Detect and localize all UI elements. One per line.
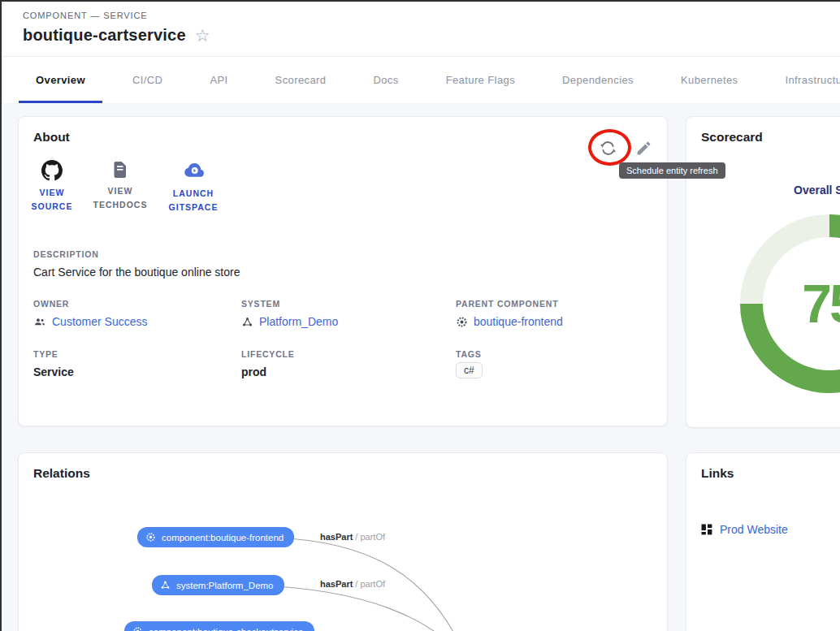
link-prod-website[interactable]: Prod Website	[701, 523, 788, 536]
tab-dependencies[interactable]: Dependencies	[539, 57, 657, 103]
description-label: DESCRIPTION	[33, 249, 240, 259]
component-icon	[456, 316, 468, 328]
relation-node-boutique-frontend[interactable]: component:boutique-frontend	[137, 527, 294, 547]
refresh-icon	[599, 139, 617, 158]
description-value: Cart Service for the boutique online sto…	[33, 266, 240, 279]
edge-label: hasPart/ partOf	[320, 579, 385, 589]
view-techdocs-button[interactable]: VIEW TECHDOCS	[85, 160, 155, 215]
system-icon	[241, 316, 253, 328]
component-icon	[132, 626, 143, 631]
window-frame-top	[0, 0, 840, 2]
relations-graph-edges	[19, 453, 669, 631]
score-value: 75	[802, 273, 840, 335]
group-icon	[33, 315, 46, 328]
entity-tabs: Overview CI/CD API Scorecard Docs Featur…	[0, 57, 840, 103]
field-lifecycle: LIFECYCLE prod	[241, 349, 456, 378]
component-icon	[145, 532, 156, 542]
tab-infrastructure[interactable]: Infrastructure	[761, 57, 840, 103]
about-card-title: About	[33, 130, 70, 145]
field-tags: TAGS c#	[456, 349, 563, 378]
field-type: TYPE Service	[33, 349, 241, 378]
tag-chip: c#	[456, 362, 483, 378]
refresh-tooltip: Schedule entity refresh	[619, 162, 725, 179]
parent-component-link[interactable]: boutique-frontend	[474, 315, 563, 328]
system-link[interactable]: Platform_Demo	[259, 315, 338, 328]
scorecard-card-title: Scorecard	[701, 130, 763, 145]
tab-docs[interactable]: Docs	[349, 57, 422, 103]
window-frame-left	[0, 0, 2, 631]
edge-label: hasPart/ partOf	[320, 532, 385, 542]
owner-link[interactable]: Customer Success	[52, 315, 147, 328]
overall-score-label: Overall Score	[794, 184, 840, 197]
gitspace-cloud-icon	[183, 160, 205, 182]
field-system: SYSTEM Platform_Demo	[241, 299, 456, 328]
tab-kubernetes[interactable]: Kubernetes	[657, 57, 762, 103]
dashboard-grid-icon	[701, 524, 712, 535]
links-card-title: Links	[701, 466, 734, 481]
score-ring: 75	[740, 214, 840, 393]
relation-node-boutique-checkoutservice[interactable]: component:boutique-checkoutservice	[124, 621, 314, 631]
page-title: boutique-cartservice	[23, 26, 186, 45]
entity-header: COMPONENT — SERVICE boutique-cartservice…	[0, 0, 840, 57]
field-owner: OWNER Customer Success	[33, 299, 241, 328]
field-parent-component: PARENT COMPONENT boutique-frontend	[456, 299, 563, 328]
relations-card: Relations component:boutique-frontend sy…	[18, 452, 668, 631]
view-source-button[interactable]: VIEW SOURCE	[19, 160, 85, 215]
launch-gitspace-button[interactable]: LAUNCH GITSPACE	[155, 160, 232, 215]
about-card: About Schedule entity refresh VIEW	[18, 116, 668, 426]
tab-cicd[interactable]: CI/CD	[109, 57, 186, 103]
relation-node-platform-demo[interactable]: system:Platform_Demo	[152, 575, 284, 595]
relations-card-title: Relations	[33, 466, 90, 481]
breadcrumb: COMPONENT — SERVICE	[23, 11, 840, 20]
edit-pencil-icon	[635, 140, 652, 157]
document-icon	[110, 160, 130, 179]
favorite-star-icon[interactable]: ☆	[195, 27, 210, 44]
tab-api[interactable]: API	[186, 57, 251, 103]
refresh-button[interactable]	[598, 136, 617, 159]
tab-feature-flags[interactable]: Feature Flags	[422, 57, 539, 103]
github-icon	[41, 160, 63, 181]
system-icon	[160, 580, 171, 590]
links-card: Links Prod Website	[686, 452, 840, 631]
edit-button[interactable]	[634, 136, 653, 159]
tab-scorecard[interactable]: Scorecard	[252, 57, 350, 103]
tab-overview[interactable]: Overview	[12, 57, 109, 103]
